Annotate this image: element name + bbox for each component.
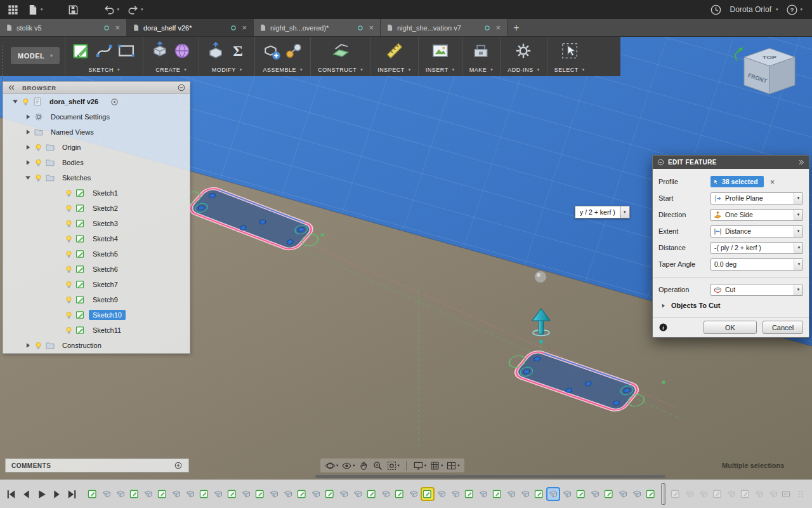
timeline-extrude-feature[interactable] — [768, 488, 779, 500]
browser-row[interactable]: Sketch11 — [3, 323, 190, 338]
clear-selection-icon[interactable]: × — [770, 178, 775, 186]
start-dropdown[interactable]: Profile Plane▾ — [710, 192, 803, 204]
timeline-extrude-feature[interactable] — [450, 488, 461, 500]
distance-input[interactable]: -( ply / 2 + kerf )▾ — [710, 242, 803, 254]
timeline-extrude-feature[interactable] — [506, 488, 517, 500]
timeline-sketch-feature[interactable] — [129, 488, 140, 500]
timeline-sketch-feature[interactable] — [394, 488, 405, 500]
toolbar-group-dropdown[interactable]: SELECT▾ — [554, 67, 585, 74]
browser-row[interactable]: Sketch7 — [3, 277, 190, 292]
browser-row[interactable]: Sketch5 — [3, 246, 190, 262]
add-comment-icon[interactable] — [174, 461, 183, 470]
timeline-extrude-feature[interactable] — [408, 488, 419, 500]
parameters-sigma-icon[interactable]: Σ — [228, 41, 247, 60]
toolbar-group-dropdown[interactable]: INSERT▾ — [426, 67, 455, 74]
distance-expression-input[interactable]: y / 2 + kerf ) — [575, 206, 620, 218]
timeline-extrude-feature[interactable] — [547, 488, 559, 500]
timeline-extrude-feature[interactable] — [282, 488, 294, 500]
timeline-sketch-feature[interactable] — [366, 488, 377, 500]
rectangle-icon[interactable] — [117, 41, 136, 60]
undo-button[interactable]: ▾ — [102, 3, 122, 17]
addins-gear-icon[interactable] — [514, 41, 533, 60]
create-sketch-icon[interactable] — [72, 41, 91, 60]
info-icon[interactable]: i — [658, 323, 668, 332]
timeline-extrude-feature[interactable] — [617, 488, 629, 500]
browser-row[interactable]: Construction — [3, 338, 190, 353]
new-component-icon[interactable] — [262, 41, 281, 60]
toolbar-group-dropdown[interactable]: CREATE▾ — [155, 67, 187, 74]
skip-end-icon[interactable] — [65, 488, 79, 501]
press-pull-icon[interactable] — [206, 41, 225, 60]
timeline-sketch-feature[interactable] — [492, 488, 503, 500]
browser-row[interactable]: dora_shelf v26 — [3, 94, 190, 109]
timeline-sketch-feature[interactable] — [534, 488, 545, 500]
insert-canvas-icon[interactable] — [431, 41, 450, 60]
browser-row[interactable]: Origin — [3, 140, 190, 155]
timeline-extrude-feature[interactable] — [698, 488, 709, 500]
toolbar-grip[interactable] — [0, 46, 6, 85]
tab-close-icon[interactable]: × — [240, 23, 248, 32]
dialog-header[interactable]: EDIT FEATURE — [653, 156, 809, 169]
timeline-extrude-feature[interactable] — [213, 488, 224, 500]
job-status-button[interactable] — [708, 3, 724, 17]
toolbar-group-dropdown[interactable]: MAKE▾ — [469, 67, 494, 74]
taper-angle-input[interactable]: 0.0 deg▾ — [710, 258, 803, 271]
timeline-sketch-feature[interactable] — [199, 488, 210, 500]
timeline-extrude-feature[interactable] — [726, 488, 737, 500]
browser-row[interactable]: Sketch9 — [3, 292, 190, 307]
timeline-scrollbar-thumb[interactable] — [315, 475, 665, 478]
direction-dropdown[interactable]: One Side▾ — [710, 209, 803, 221]
timeline-grip-icon[interactable] — [796, 489, 806, 499]
dialog-pin-icon[interactable] — [797, 158, 805, 166]
timeline-extrude-feature[interactable] — [101, 488, 112, 500]
browser-row[interactable]: Sketch10 — [3, 307, 190, 323]
document-tab[interactable]: night_sh...overed)*× — [254, 19, 381, 36]
fit-button[interactable]: ▾ — [386, 460, 400, 471]
form-icon[interactable] — [173, 41, 192, 60]
timeline-sketch-feature[interactable] — [324, 488, 336, 500]
document-tab[interactable]: night_she...vation v7× — [381, 19, 508, 36]
browser-row[interactable]: Sketches — [3, 170, 190, 185]
play-icon[interactable] — [35, 488, 48, 501]
measure-icon[interactable] — [385, 41, 404, 60]
timeline-sketch-feature[interactable] — [712, 488, 723, 500]
timeline-extrude-feature[interactable] — [754, 488, 765, 500]
print-3d-icon[interactable] — [471, 41, 490, 60]
file-menu-button[interactable]: ▾ — [25, 3, 45, 17]
toolbar-group-dropdown[interactable]: CONSTRUCT▾ — [318, 67, 363, 74]
help-menu[interactable]: ?▾ — [784, 3, 804, 17]
timeline-options-icon[interactable] — [781, 489, 791, 499]
timeline-sketch-feature[interactable] — [296, 488, 308, 500]
browser-row[interactable]: Sketch3 — [3, 216, 190, 231]
timeline-extrude-feature[interactable] — [240, 488, 252, 500]
zoom-button[interactable] — [372, 460, 383, 471]
orbit-button[interactable]: ▾ — [325, 460, 338, 471]
construction-plane-icon[interactable] — [331, 41, 350, 60]
timeline-sketch-feature[interactable] — [157, 488, 168, 500]
timeline-position-marker[interactable] — [661, 483, 665, 505]
tab-close-icon[interactable]: × — [494, 23, 502, 32]
timeline-extrude-feature[interactable] — [310, 488, 322, 500]
toolbar-group-dropdown[interactable]: MODIFY▾ — [212, 67, 242, 74]
timeline-extrude-feature[interactable] — [171, 488, 182, 500]
timeline-sketch-feature[interactable] — [226, 488, 238, 500]
browser-collapse-icon[interactable] — [7, 83, 16, 92]
timeline-extrude-feature[interactable] — [352, 488, 363, 500]
step-back-icon[interactable] — [20, 488, 33, 501]
timeline-extrude-feature[interactable] — [684, 488, 695, 500]
tab-close-icon[interactable]: × — [114, 23, 121, 32]
browser-minimize-icon[interactable] — [177, 83, 186, 92]
browser-row[interactable]: Sketch1 — [3, 185, 190, 201]
timeline-sketch-feature[interactable] — [87, 488, 98, 500]
grid-display-button[interactable]: ▾ — [429, 460, 443, 471]
ok-button[interactable]: OK — [704, 321, 757, 334]
toolbar-group-dropdown[interactable]: ADD-INS▾ — [508, 67, 540, 74]
workspace-switcher[interactable]: MODEL▾ — [11, 47, 60, 64]
pan-button[interactable] — [358, 460, 369, 471]
timeline-extrude-feature[interactable] — [436, 488, 447, 500]
timeline-extrude-feature[interactable] — [589, 488, 601, 500]
select-cursor-icon[interactable] — [560, 41, 579, 60]
browser-row[interactable]: Sketch6 — [3, 262, 190, 277]
timeline-extrude-feature[interactable] — [268, 488, 280, 500]
timeline-sketch-feature[interactable] — [254, 488, 266, 500]
